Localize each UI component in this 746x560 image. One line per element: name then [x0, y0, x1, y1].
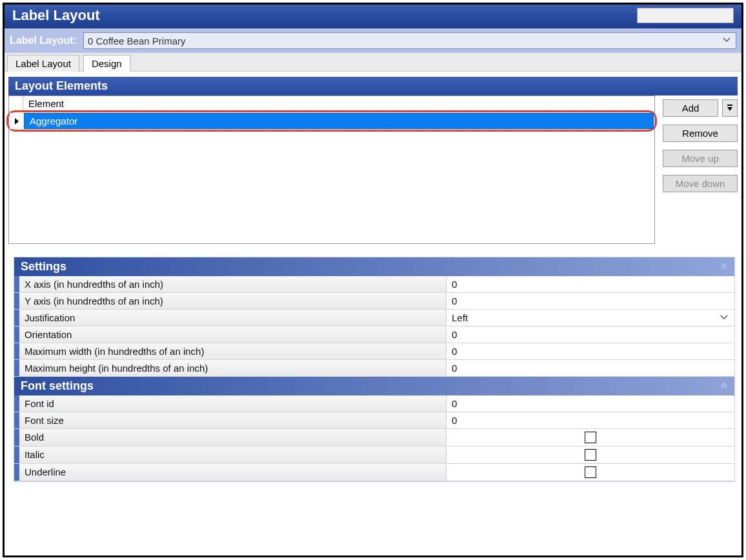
- elements-row-value[interactable]: Aggregator: [24, 113, 654, 129]
- prop-font-id: Font id 0: [14, 395, 734, 412]
- layout-elements-header: Layout Elements: [8, 77, 738, 95]
- layout-selector-dropdown[interactable]: 0 Coffee Bean Primary: [83, 32, 736, 49]
- checkbox-icon[interactable]: [585, 466, 596, 478]
- elements-grid-row-highlighted[interactable]: Aggregator: [6, 110, 657, 132]
- prop-label: Underline: [19, 464, 447, 481]
- prop-max-width-value[interactable]: 0: [447, 343, 734, 359]
- title-bar: Label Layout: [5, 5, 741, 28]
- prop-label: Y axis (in hundredths of an inch): [19, 293, 447, 309]
- page-title: Label Layout: [12, 7, 100, 24]
- layout-elements-title: Layout Elements: [15, 79, 108, 93]
- elements-column-header[interactable]: Element: [23, 96, 69, 111]
- prop-max-height: Maximum height (in hundredths of an inch…: [14, 360, 734, 377]
- elements-button-column: Add Remove Move up Move down: [663, 99, 738, 192]
- prop-label: Font id: [19, 395, 447, 412]
- font-settings-section-header[interactable]: Font settings: [14, 377, 734, 395]
- row-handle-header: [9, 96, 23, 111]
- settings-section-header[interactable]: Settings: [14, 257, 734, 276]
- prop-bold: Bold: [14, 429, 734, 446]
- svg-rect-0: [727, 105, 732, 106]
- add-dropdown-button[interactable]: [722, 99, 738, 117]
- prop-font-size: Font size 0: [14, 412, 734, 429]
- elements-grid-header: Element: [9, 96, 654, 112]
- prop-x-axis-value[interactable]: 0: [447, 276, 734, 292]
- collapse-icon: [720, 381, 728, 392]
- prop-label: Justification: [19, 310, 447, 326]
- checkbox-icon[interactable]: [585, 432, 596, 443]
- layout-elements-panel: Layout Elements Element Aggregator: [8, 77, 738, 244]
- prop-orientation: Orientation 0: [14, 326, 734, 343]
- prop-label: Maximum height (in hundredths of an inch…: [19, 360, 447, 376]
- tab-design[interactable]: Design: [83, 55, 130, 72]
- prop-max-width: Maximum width (in hundredths of an inch)…: [14, 343, 734, 360]
- layout-selector-label: Label Layout:: [10, 35, 77, 46]
- section-bar: [14, 276, 19, 292]
- prop-label: Bold: [19, 429, 447, 446]
- prop-bold-value[interactable]: [447, 429, 734, 446]
- prop-y-axis-value[interactable]: 0: [447, 293, 734, 309]
- move-up-button[interactable]: Move up: [663, 150, 738, 167]
- prop-orientation-value[interactable]: 0: [447, 326, 734, 343]
- prop-y-axis: Y axis (in hundredths of an inch) 0: [14, 293, 734, 310]
- prop-x-axis: X axis (in hundredths of an inch) 0: [14, 276, 734, 293]
- settings-header-text: Settings: [21, 260, 66, 274]
- prop-justification: Justification Left: [14, 310, 734, 326]
- elements-grid[interactable]: Element Aggregator: [8, 95, 655, 244]
- prop-font-size-value[interactable]: 0: [447, 412, 734, 428]
- prop-label: Font size: [19, 412, 447, 428]
- prop-justification-value[interactable]: Left: [447, 310, 734, 326]
- prop-italic: Italic: [14, 446, 734, 464]
- prop-label: Maximum width (in hundredths of an inch): [19, 343, 447, 359]
- add-button[interactable]: Add: [663, 99, 718, 117]
- move-down-button[interactable]: Move down: [663, 175, 738, 192]
- font-settings-header-text: Font settings: [21, 379, 94, 393]
- prop-italic-value[interactable]: [447, 446, 734, 463]
- row-indicator-icon: [10, 113, 24, 129]
- prop-underline: Underline: [14, 464, 734, 481]
- layout-selector-value: 0 Coffee Bean Primary: [88, 35, 185, 46]
- prop-underline-value[interactable]: [447, 464, 734, 481]
- prop-max-height-value[interactable]: 0: [447, 360, 734, 376]
- tab-label-layout[interactable]: Label Layout: [7, 55, 79, 72]
- prop-label: Orientation: [19, 326, 447, 343]
- title-bar-right-box: [637, 8, 734, 23]
- chevron-down-icon: [723, 37, 732, 44]
- chevron-down-icon: [720, 315, 729, 321]
- properties-panel: Settings X axis (in hundredths of an inc…: [14, 257, 735, 482]
- checkbox-icon[interactable]: [585, 449, 596, 461]
- remove-button[interactable]: Remove: [663, 125, 738, 142]
- collapse-icon: [720, 262, 728, 272]
- prop-label: X axis (in hundredths of an inch): [19, 276, 447, 292]
- tab-strip: Label Layout Design: [5, 53, 741, 72]
- prop-label: Italic: [19, 446, 447, 463]
- dropdown-arrow-icon: [726, 103, 734, 114]
- prop-font-id-value[interactable]: 0: [447, 395, 734, 412]
- layout-selector-row: Label Layout: 0 Coffee Bean Primary: [5, 28, 741, 53]
